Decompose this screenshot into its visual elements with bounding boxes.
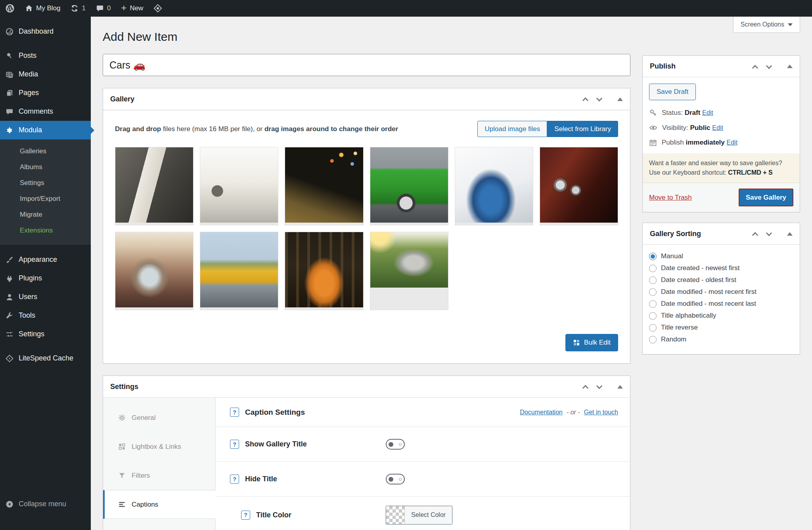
- gallery-image[interactable]: [540, 147, 618, 225]
- sorting-option-label: Title alphabetically: [661, 312, 716, 320]
- sidebar-item-users[interactable]: Users: [0, 288, 91, 306]
- gallery-image[interactable]: [370, 147, 448, 225]
- collapse-icon[interactable]: [617, 97, 623, 101]
- move-down-icon[interactable]: [766, 63, 772, 69]
- sidebar-item-posts[interactable]: Posts: [0, 46, 91, 65]
- sorting-option[interactable]: Date created - newest first: [649, 262, 793, 274]
- gallery-sorting-title: Gallery Sorting: [650, 230, 701, 238]
- radio-button[interactable]: [649, 265, 657, 272]
- tab-social[interactable]: Social: [103, 519, 215, 530]
- gallery-image[interactable]: [200, 232, 278, 310]
- sorting-options: Manual Date created - newest first Date …: [643, 244, 800, 354]
- help-icon[interactable]: [241, 511, 250, 520]
- save-gallery-button[interactable]: Save Gallery: [739, 189, 793, 206]
- gallery-sorting-header[interactable]: Gallery Sorting: [643, 223, 800, 244]
- radio-button[interactable]: [649, 276, 657, 284]
- sidebar-submenu-item[interactable]: Extensions: [0, 223, 91, 238]
- gallery-image[interactable]: [285, 147, 363, 225]
- wordpress-logo-icon: [5, 4, 15, 13]
- help-icon[interactable]: [230, 440, 239, 449]
- sorting-option[interactable]: Date modified - most recent last: [649, 298, 793, 310]
- tab-lightbox-links[interactable]: Lightbox & Links: [103, 432, 215, 461]
- gallery-title-input[interactable]: [103, 54, 630, 76]
- sidebar-submenu-item[interactable]: Settings: [0, 175, 91, 191]
- help-icon[interactable]: [230, 475, 239, 484]
- litespeed-adminbar-menu[interactable]: [148, 0, 167, 17]
- move-up-icon[interactable]: [582, 97, 589, 104]
- edit-status-link[interactable]: Edit: [702, 109, 713, 116]
- radio-button[interactable]: [649, 288, 657, 296]
- image-dropzone[interactable]: Drag and drop files here (max 16 MB per …: [103, 110, 630, 324]
- gallery-image[interactable]: [115, 147, 193, 225]
- site-name-link[interactable]: My Blog: [20, 0, 65, 17]
- show-gallery-title-toggle[interactable]: [386, 439, 405, 450]
- move-down-icon[interactable]: [596, 95, 603, 102]
- sorting-option[interactable]: Title reverse: [649, 322, 793, 334]
- move-to-trash-link[interactable]: Move to Trash: [649, 194, 692, 202]
- edit-visibility-link[interactable]: Edit: [712, 124, 723, 131]
- gallery-image[interactable]: [370, 232, 448, 310]
- documentation-link[interactable]: Documentation: [520, 409, 563, 416]
- move-up-icon[interactable]: [582, 385, 589, 391]
- sidebar-item-modula[interactable]: Modula: [0, 121, 91, 139]
- sidebar-item-dashboard[interactable]: Dashboard: [0, 22, 91, 41]
- radio-button[interactable]: [649, 324, 657, 332]
- sidebar-item-plugins[interactable]: Plugins: [0, 269, 91, 288]
- move-up-icon[interactable]: [752, 232, 758, 238]
- save-draft-button[interactable]: Save Draft: [649, 84, 696, 100]
- get-in-touch-link[interactable]: Get in touch: [584, 409, 618, 416]
- sidebar-item-settings[interactable]: Settings: [0, 325, 91, 343]
- tab-general[interactable]: General: [103, 403, 215, 432]
- sorting-option[interactable]: Title alphabetically: [649, 310, 793, 322]
- select-from-library-button[interactable]: Select from Library: [547, 121, 618, 137]
- updates-link[interactable]: 1: [65, 0, 90, 17]
- edit-schedule-link[interactable]: Edit: [727, 139, 738, 146]
- gallery-image[interactable]: [285, 232, 363, 310]
- sorting-option[interactable]: Date modified - most recent first: [649, 286, 793, 298]
- settings-metabox-header[interactable]: Settings: [103, 376, 630, 397]
- gallery-image[interactable]: [115, 232, 193, 310]
- sidebar-item-appearance[interactable]: Appearance: [0, 250, 91, 269]
- sorting-option-label: Date modified - most recent first: [661, 288, 756, 296]
- tab-captions[interactable]: Captions: [103, 490, 216, 519]
- sidebar-item-litespeed-cache[interactable]: LiteSpeed Cache: [0, 349, 91, 368]
- gallery-image[interactable]: [455, 147, 533, 225]
- sorting-option[interactable]: Random: [649, 334, 793, 345]
- upload-image-files-button[interactable]: Upload image files: [477, 121, 547, 137]
- gallery-metabox-header[interactable]: Gallery: [103, 88, 630, 110]
- sorting-option[interactable]: Date created - oldest first: [649, 274, 793, 286]
- hide-title-toggle[interactable]: [386, 474, 405, 484]
- comments-link[interactable]: 0: [91, 0, 116, 17]
- screen-options-button[interactable]: Screen Options: [733, 17, 800, 33]
- radio-button[interactable]: [649, 300, 657, 308]
- sorting-option-label: Manual: [661, 252, 683, 260]
- sidebar-item-media[interactable]: Media: [0, 65, 91, 84]
- move-down-icon[interactable]: [766, 230, 772, 236]
- wordpress-logo-menu[interactable]: [0, 0, 20, 17]
- move-up-icon[interactable]: [752, 65, 758, 71]
- select-color-button[interactable]: Select Color: [386, 506, 452, 524]
- bulk-edit-button[interactable]: Bulk Edit: [565, 334, 618, 351]
- gallery-image[interactable]: [200, 147, 278, 225]
- radio-button[interactable]: [649, 336, 657, 343]
- sidebar-submenu-item[interactable]: Migrate: [0, 207, 91, 223]
- sidebar-submenu-item[interactable]: Import/Export: [0, 191, 91, 207]
- collapse-icon[interactable]: [787, 65, 793, 68]
- radio-button[interactable]: [649, 312, 657, 320]
- new-content-menu[interactable]: + New: [116, 0, 148, 17]
- collapse-icon[interactable]: [617, 385, 623, 389]
- sidebar-item-pages[interactable]: Pages: [0, 84, 91, 102]
- collapse-icon[interactable]: [787, 232, 793, 236]
- publish-metabox-header[interactable]: Publish: [643, 56, 800, 77]
- sidebar-submenu-item[interactable]: Albums: [0, 159, 91, 175]
- sidebar-submenu-item[interactable]: Galleries: [0, 143, 91, 159]
- tab-filters[interactable]: Filters: [103, 461, 215, 490]
- sorting-option[interactable]: Manual: [649, 250, 793, 262]
- collapse-menu-button[interactable]: Collapse menu: [0, 495, 91, 513]
- radio-button[interactable]: [649, 253, 657, 260]
- sidebar-item-comments[interactable]: Comments: [0, 102, 91, 121]
- sidebar-item-tools[interactable]: Tools: [0, 306, 91, 325]
- updates-count: 1: [82, 4, 85, 12]
- help-icon[interactable]: [230, 408, 239, 417]
- move-down-icon[interactable]: [596, 383, 603, 389]
